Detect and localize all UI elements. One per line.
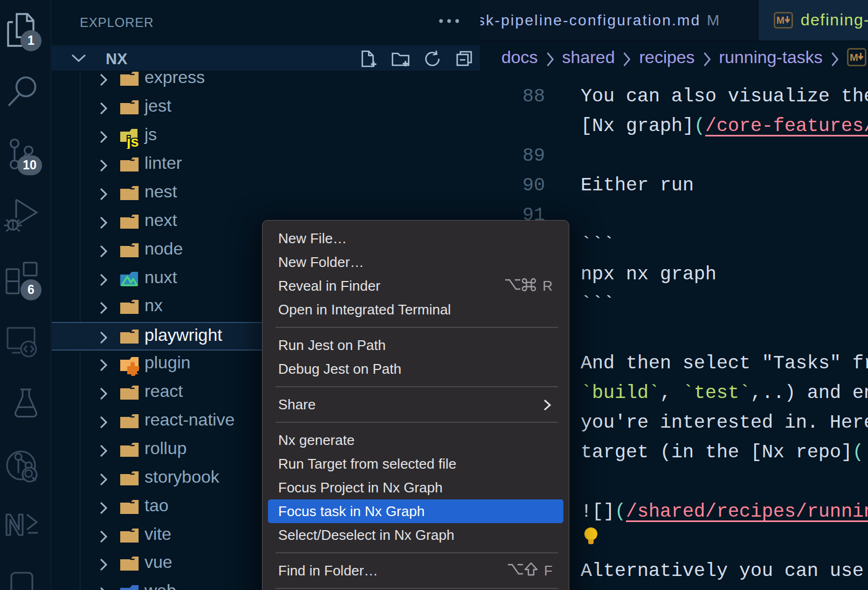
svg-text:M: M bbox=[850, 52, 858, 63]
svg-text:M: M bbox=[776, 15, 784, 26]
svg-text:js: js bbox=[126, 134, 139, 149]
